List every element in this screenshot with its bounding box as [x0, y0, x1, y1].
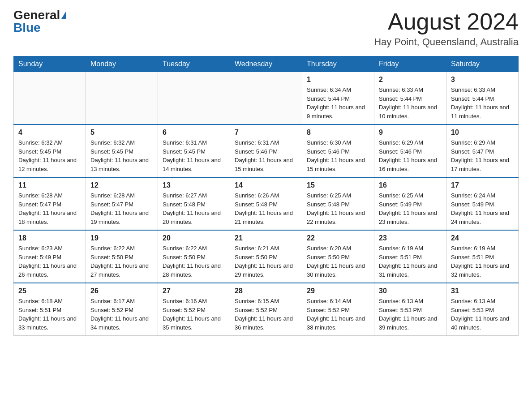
day-number: 16 — [379, 181, 442, 189]
day-number: 14 — [235, 181, 297, 189]
day-number: 21 — [235, 234, 297, 242]
day-number: 3 — [451, 76, 514, 84]
calendar-cell: 2Sunrise: 6:33 AMSunset: 5:44 PMDaylight… — [374, 72, 446, 125]
calendar-cell — [86, 72, 158, 125]
day-number: 30 — [379, 287, 442, 295]
calendar-cell: 9Sunrise: 6:29 AMSunset: 5:46 PMDaylight… — [374, 124, 446, 177]
day-info: Sunrise: 6:17 AMSunset: 5:52 PMDaylight:… — [90, 297, 153, 332]
weekday-header-thursday: Thursday — [302, 56, 374, 72]
day-number: 7 — [235, 128, 297, 137]
calendar-week-row: 11Sunrise: 6:28 AMSunset: 5:47 PMDayligh… — [14, 177, 519, 230]
calendar-cell: 15Sunrise: 6:25 AMSunset: 5:48 PMDayligh… — [302, 177, 374, 230]
calendar-cell — [158, 72, 230, 125]
day-info: Sunrise: 6:15 AMSunset: 5:52 PMDaylight:… — [235, 297, 297, 332]
calendar-cell: 24Sunrise: 6:19 AMSunset: 5:51 PMDayligh… — [446, 230, 519, 283]
day-info: Sunrise: 6:24 AMSunset: 5:49 PMDaylight:… — [451, 191, 514, 226]
day-number: 20 — [163, 234, 225, 242]
calendar-cell: 30Sunrise: 6:13 AMSunset: 5:53 PMDayligh… — [374, 283, 446, 336]
day-number: 23 — [379, 234, 442, 242]
calendar-week-row: 25Sunrise: 6:18 AMSunset: 5:51 PMDayligh… — [14, 283, 519, 336]
day-number: 19 — [90, 234, 153, 242]
day-number: 6 — [163, 128, 225, 137]
day-number: 25 — [18, 287, 81, 295]
calendar-cell: 3Sunrise: 6:33 AMSunset: 5:44 PMDaylight… — [446, 72, 519, 125]
day-info: Sunrise: 6:31 AMSunset: 5:46 PMDaylight:… — [235, 138, 297, 173]
day-number: 26 — [90, 287, 153, 295]
logo-blue-text: Blue — [13, 21, 41, 34]
calendar-cell: 23Sunrise: 6:19 AMSunset: 5:51 PMDayligh… — [374, 230, 446, 283]
calendar-cell: 1Sunrise: 6:34 AMSunset: 5:44 PMDaylight… — [302, 72, 374, 125]
weekday-header-tuesday: Tuesday — [158, 56, 230, 72]
day-info: Sunrise: 6:22 AMSunset: 5:50 PMDaylight:… — [90, 244, 153, 279]
logo-general-text: General — [13, 9, 60, 21]
day-info: Sunrise: 6:33 AMSunset: 5:44 PMDaylight:… — [379, 86, 442, 120]
calendar-cell: 6Sunrise: 6:31 AMSunset: 5:45 PMDaylight… — [158, 124, 230, 177]
location-title: Hay Point, Queensland, Australia — [374, 36, 519, 48]
day-info: Sunrise: 6:32 AMSunset: 5:45 PMDaylight:… — [18, 138, 81, 173]
day-info: Sunrise: 6:20 AMSunset: 5:50 PMDaylight:… — [307, 244, 369, 279]
day-number: 13 — [163, 181, 225, 189]
weekday-header-wednesday: Wednesday — [230, 56, 302, 72]
calendar-cell: 29Sunrise: 6:14 AMSunset: 5:52 PMDayligh… — [302, 283, 374, 336]
calendar-cell — [230, 72, 302, 125]
day-number: 11 — [18, 181, 81, 189]
calendar-cell: 22Sunrise: 6:20 AMSunset: 5:50 PMDayligh… — [302, 230, 374, 283]
calendar-cell: 4Sunrise: 6:32 AMSunset: 5:45 PMDaylight… — [14, 124, 86, 177]
calendar-cell: 8Sunrise: 6:30 AMSunset: 5:46 PMDaylight… — [302, 124, 374, 177]
calendar-week-row: 18Sunrise: 6:23 AMSunset: 5:49 PMDayligh… — [14, 230, 519, 283]
day-number: 29 — [307, 287, 369, 295]
calendar-cell: 14Sunrise: 6:26 AMSunset: 5:48 PMDayligh… — [230, 177, 302, 230]
day-number: 18 — [18, 234, 81, 242]
day-info: Sunrise: 6:13 AMSunset: 5:53 PMDaylight:… — [451, 297, 514, 332]
day-info: Sunrise: 6:28 AMSunset: 5:47 PMDaylight:… — [18, 191, 81, 226]
day-number: 1 — [307, 76, 369, 84]
day-number: 4 — [18, 128, 81, 137]
day-number: 22 — [307, 234, 369, 242]
day-info: Sunrise: 6:21 AMSunset: 5:50 PMDaylight:… — [235, 244, 297, 279]
calendar-cell: 25Sunrise: 6:18 AMSunset: 5:51 PMDayligh… — [14, 283, 86, 336]
calendar-cell: 20Sunrise: 6:22 AMSunset: 5:50 PMDayligh… — [158, 230, 230, 283]
page-header: General Blue August 2024 Hay Point, Quee… — [13, 9, 519, 48]
calendar-cell: 28Sunrise: 6:15 AMSunset: 5:52 PMDayligh… — [230, 283, 302, 336]
calendar-cell: 31Sunrise: 6:13 AMSunset: 5:53 PMDayligh… — [446, 283, 519, 336]
day-number: 2 — [379, 76, 442, 84]
day-number: 12 — [90, 181, 153, 189]
calendar-cell: 7Sunrise: 6:31 AMSunset: 5:46 PMDaylight… — [230, 124, 302, 177]
day-info: Sunrise: 6:26 AMSunset: 5:48 PMDaylight:… — [235, 191, 297, 226]
day-number: 17 — [451, 181, 514, 189]
day-info: Sunrise: 6:29 AMSunset: 5:46 PMDaylight:… — [379, 138, 442, 173]
calendar-cell — [14, 72, 86, 125]
day-number: 8 — [307, 128, 369, 137]
calendar-week-row: 1Sunrise: 6:34 AMSunset: 5:44 PMDaylight… — [14, 72, 519, 125]
day-number: 28 — [235, 287, 297, 295]
calendar-table: SundayMondayTuesdayWednesdayThursdayFrid… — [13, 56, 519, 336]
weekday-header-monday: Monday — [86, 56, 158, 72]
day-info: Sunrise: 6:29 AMSunset: 5:47 PMDaylight:… — [451, 138, 514, 173]
day-info: Sunrise: 6:25 AMSunset: 5:49 PMDaylight:… — [379, 191, 442, 226]
day-info: Sunrise: 6:22 AMSunset: 5:50 PMDaylight:… — [163, 244, 225, 279]
day-info: Sunrise: 6:14 AMSunset: 5:52 PMDaylight:… — [307, 297, 369, 332]
day-info: Sunrise: 6:30 AMSunset: 5:46 PMDaylight:… — [307, 138, 369, 173]
day-info: Sunrise: 6:25 AMSunset: 5:48 PMDaylight:… — [307, 191, 369, 226]
day-number: 10 — [451, 128, 514, 137]
calendar-cell: 11Sunrise: 6:28 AMSunset: 5:47 PMDayligh… — [14, 177, 86, 230]
day-number: 5 — [90, 128, 153, 137]
day-info: Sunrise: 6:19 AMSunset: 5:51 PMDaylight:… — [451, 244, 514, 279]
day-info: Sunrise: 6:19 AMSunset: 5:51 PMDaylight:… — [379, 244, 442, 279]
month-title: August 2024 — [374, 9, 519, 34]
calendar-cell: 17Sunrise: 6:24 AMSunset: 5:49 PMDayligh… — [446, 177, 519, 230]
day-info: Sunrise: 6:18 AMSunset: 5:51 PMDaylight:… — [18, 297, 81, 332]
day-number: 15 — [307, 181, 369, 189]
weekday-header-sunday: Sunday — [14, 56, 86, 72]
day-info: Sunrise: 6:32 AMSunset: 5:45 PMDaylight:… — [90, 138, 153, 173]
logo-triangle-icon — [61, 12, 66, 19]
day-info: Sunrise: 6:28 AMSunset: 5:47 PMDaylight:… — [90, 191, 153, 226]
calendar-cell: 26Sunrise: 6:17 AMSunset: 5:52 PMDayligh… — [86, 283, 158, 336]
calendar-cell: 5Sunrise: 6:32 AMSunset: 5:45 PMDaylight… — [86, 124, 158, 177]
calendar-cell: 27Sunrise: 6:16 AMSunset: 5:52 PMDayligh… — [158, 283, 230, 336]
day-info: Sunrise: 6:34 AMSunset: 5:44 PMDaylight:… — [307, 86, 369, 120]
title-block: August 2024 Hay Point, Queensland, Austr… — [374, 9, 519, 48]
day-info: Sunrise: 6:13 AMSunset: 5:53 PMDaylight:… — [379, 297, 442, 332]
day-number: 9 — [379, 128, 442, 137]
day-info: Sunrise: 6:23 AMSunset: 5:49 PMDaylight:… — [18, 244, 81, 279]
